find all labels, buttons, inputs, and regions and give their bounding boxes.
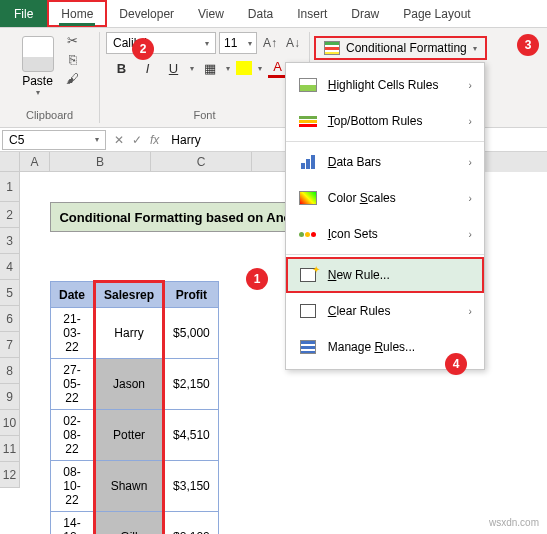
- cell-salesrep[interactable]: Harry: [95, 308, 164, 359]
- color-scales-icon: [299, 191, 317, 205]
- cell-salesrep[interactable]: Potter: [95, 410, 164, 461]
- row-header[interactable]: 2: [0, 202, 20, 228]
- annotation-badge-3: 3: [517, 34, 539, 56]
- font-name-select[interactable]: Calibri ▾: [106, 32, 216, 54]
- cut-icon[interactable]: ✂: [64, 32, 82, 48]
- cf-item-label: Icon Sets: [328, 227, 459, 241]
- col-header-b[interactable]: B: [50, 152, 151, 172]
- cell-profit[interactable]: $4,510: [164, 410, 219, 461]
- tab-page-layout[interactable]: Page Layout: [391, 0, 482, 27]
- chevron-right-icon: ›: [468, 157, 471, 168]
- cf-item-label: New Rule...: [328, 268, 472, 282]
- row-header[interactable]: 6: [0, 306, 20, 332]
- cell-profit[interactable]: $3,150: [164, 461, 219, 512]
- enter-formula-icon[interactable]: ✓: [132, 133, 142, 147]
- cell-date[interactable]: 02-08-22: [51, 410, 95, 461]
- table-row: 27-05-22 Jason $2,150: [51, 359, 219, 410]
- col-header-a[interactable]: A: [20, 152, 50, 172]
- highlight-cells-icon: [299, 78, 317, 92]
- cell-salesrep[interactable]: Gill: [95, 512, 164, 535]
- cf-new-rule[interactable]: New Rule...: [286, 257, 484, 293]
- chevron-down-icon: ▾: [226, 64, 230, 73]
- row-header[interactable]: 12: [0, 462, 20, 488]
- manage-rules-icon: [300, 340, 316, 354]
- conditional-formatting-dropdown: Highlight Cells Rules › Top/Bottom Rules…: [285, 62, 485, 370]
- top-bottom-icon: [299, 116, 317, 127]
- fill-color-button[interactable]: [236, 61, 252, 75]
- row-header[interactable]: 10: [0, 410, 20, 436]
- row-headers: 1 2 3 4 5 6 7 8 9 10 11 12: [0, 172, 20, 488]
- clipboard-group-label: Clipboard: [26, 109, 73, 123]
- tab-file[interactable]: File: [0, 0, 47, 27]
- header-salesrep[interactable]: Salesrep: [95, 282, 164, 308]
- cf-top-bottom-rules[interactable]: Top/Bottom Rules ›: [286, 103, 484, 139]
- watermark: wsxdn.com: [489, 517, 539, 528]
- decrease-font-icon[interactable]: A↓: [283, 33, 303, 53]
- row-header[interactable]: 1: [0, 172, 20, 202]
- format-painter-icon[interactable]: 🖌: [64, 70, 82, 86]
- table-header-row: Date Salesrep Profit: [51, 282, 219, 308]
- row-header[interactable]: 7: [0, 332, 20, 358]
- tab-developer[interactable]: Developer: [107, 0, 186, 27]
- cf-item-label: Clear Rules: [328, 304, 459, 318]
- cf-item-label: Manage Rules...: [328, 340, 472, 354]
- paste-button[interactable]: Paste ▾: [18, 32, 58, 101]
- row-header[interactable]: 4: [0, 254, 20, 280]
- header-date[interactable]: Date: [51, 282, 95, 308]
- worksheet[interactable]: Conditional Formatting based on Another …: [20, 172, 50, 488]
- tab-draw[interactable]: Draw: [339, 0, 391, 27]
- conditional-formatting-button[interactable]: Conditional Formatting ▾: [314, 36, 487, 60]
- cell-profit[interactable]: $2,150: [164, 359, 219, 410]
- row-header[interactable]: 8: [0, 358, 20, 384]
- row-header[interactable]: 9: [0, 384, 20, 410]
- bold-button[interactable]: B: [112, 58, 132, 78]
- cf-highlight-cells-rules[interactable]: Highlight Cells Rules ›: [286, 67, 484, 103]
- select-all-corner[interactable]: [0, 152, 20, 172]
- row-header[interactable]: 3: [0, 228, 20, 254]
- chevron-down-icon: ▾: [473, 44, 477, 53]
- data-bars-icon: [301, 155, 315, 169]
- cell-date[interactable]: 08-10-22: [51, 461, 95, 512]
- cell-salesrep[interactable]: Jason: [95, 359, 164, 410]
- chevron-down-icon: ▾: [258, 64, 262, 73]
- cell-profit[interactable]: $5,000: [164, 308, 219, 359]
- tab-home[interactable]: Home: [47, 0, 107, 27]
- cf-clear-rules[interactable]: Clear Rules ›: [286, 293, 484, 329]
- cell-date[interactable]: 14-12-22: [51, 512, 95, 535]
- icon-sets-icon: [299, 232, 316, 237]
- copy-icon[interactable]: ⎘: [64, 51, 82, 67]
- cell-salesrep[interactable]: Shawn: [95, 461, 164, 512]
- tab-view[interactable]: View: [186, 0, 236, 27]
- cancel-formula-icon[interactable]: ✕: [114, 133, 124, 147]
- name-box[interactable]: C5 ▾: [2, 130, 106, 150]
- cf-icon-sets[interactable]: Icon Sets ›: [286, 216, 484, 252]
- increase-font-icon[interactable]: A↑: [260, 33, 280, 53]
- name-box-value: C5: [9, 133, 24, 147]
- cf-color-scales[interactable]: Color Scales ›: [286, 180, 484, 216]
- row-header[interactable]: 5: [0, 280, 20, 306]
- tab-data[interactable]: Data: [236, 0, 285, 27]
- cell-profit[interactable]: $2,100: [164, 512, 219, 535]
- fx-icon[interactable]: fx: [150, 133, 159, 147]
- cf-item-label: Data Bars: [328, 155, 459, 169]
- ribbon-tabs: File Home Developer View Data Insert Dra…: [0, 0, 547, 28]
- font-size-select[interactable]: 11 ▾: [219, 32, 257, 54]
- underline-button[interactable]: U: [164, 58, 184, 78]
- cell-date[interactable]: 21-03-22: [51, 308, 95, 359]
- cell-date[interactable]: 27-05-22: [51, 359, 95, 410]
- cf-data-bars[interactable]: Data Bars ›: [286, 144, 484, 180]
- cf-item-label: Highlight Cells Rules: [328, 78, 459, 92]
- clear-rules-icon: [300, 304, 316, 318]
- chevron-right-icon: ›: [468, 116, 471, 127]
- table-row: 08-10-22 Shawn $3,150: [51, 461, 219, 512]
- new-rule-icon: [300, 268, 316, 282]
- chevron-right-icon: ›: [468, 193, 471, 204]
- italic-button[interactable]: I: [138, 58, 158, 78]
- header-profit[interactable]: Profit: [164, 282, 219, 308]
- font-size-value: 11: [224, 36, 237, 50]
- col-header-c[interactable]: C: [151, 152, 252, 172]
- tab-insert[interactable]: Insert: [285, 0, 339, 27]
- chevron-down-icon: ▾: [205, 39, 209, 48]
- border-button[interactable]: ▦: [200, 58, 220, 78]
- row-header[interactable]: 11: [0, 436, 20, 462]
